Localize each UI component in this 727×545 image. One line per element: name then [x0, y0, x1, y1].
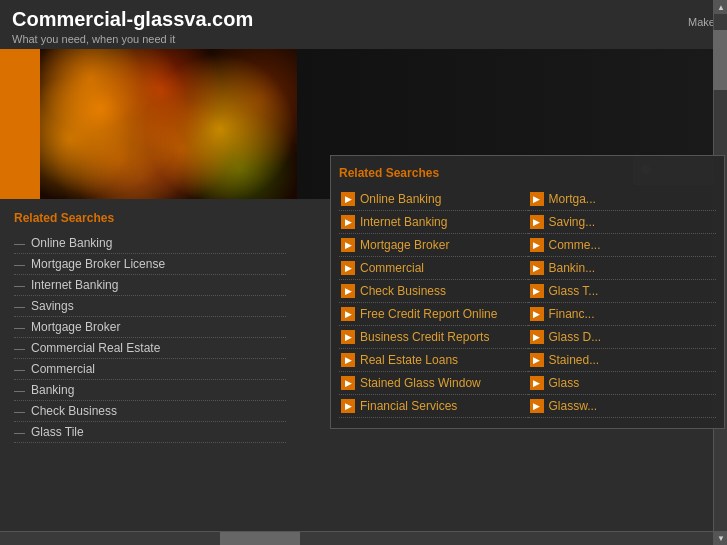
panel-arrow-icon: ▶: [341, 307, 355, 321]
panel-item-internet-banking[interactable]: ▶ Internet Banking: [339, 211, 528, 234]
panel-item-financial[interactable]: ▶ Financial Services: [339, 395, 528, 418]
arrow-icon: —: [14, 384, 25, 396]
panel-arrow-icon: ▶: [341, 353, 355, 367]
panel-item-business-credit[interactable]: ▶ Business Credit Reports: [339, 326, 528, 349]
panel-arrow-icon: ▶: [530, 284, 544, 298]
panel-item-free-credit[interactable]: ▶ Free Credit Report Online: [339, 303, 528, 326]
horizontal-scrollbar[interactable]: [0, 531, 713, 545]
sidebar-title: Related Searches: [14, 211, 286, 225]
panel-item-comme[interactable]: ▶ Comme...: [528, 234, 717, 257]
arrow-icon: —: [14, 321, 25, 333]
panel-arrow-icon: ▶: [341, 284, 355, 298]
panel-arrow-icon: ▶: [530, 376, 544, 390]
site-title: Commercial-glassva.com: [12, 8, 253, 31]
arrow-icon: —: [14, 405, 25, 417]
panel-arrow-icon: ▶: [341, 330, 355, 344]
sidebar-item-online-banking[interactable]: — Online Banking: [14, 233, 286, 254]
sidebar: Related Searches — Online Banking — Mort…: [0, 199, 300, 545]
panel-item-banking[interactable]: ▶ Bankin...: [528, 257, 717, 280]
arrow-icon: —: [14, 258, 25, 270]
arrow-icon: —: [14, 279, 25, 291]
panel-item-stained-glass[interactable]: ▶ Stained Glass Window: [339, 372, 528, 395]
header: Commercial-glassva.com What you need, wh…: [0, 0, 727, 49]
make-link[interactable]: Make: [688, 8, 715, 28]
sidebar-item-glass-tile[interactable]: — Glass Tile: [14, 422, 286, 443]
scroll-arrow-down[interactable]: ▼: [714, 531, 727, 545]
sidebar-item-commercial[interactable]: — Commercial: [14, 359, 286, 380]
scroll-arrow-up[interactable]: ▲: [714, 0, 727, 14]
panel-arrow-icon: ▶: [341, 215, 355, 229]
scroll-thumb-h[interactable]: [220, 532, 300, 546]
panel-arrow-icon: ▶: [341, 238, 355, 252]
sidebar-item-savings[interactable]: — Savings: [14, 296, 286, 317]
sidebar-item-mortgage-broker[interactable]: — Mortgage Broker: [14, 317, 286, 338]
panel-title: Related Searches: [339, 166, 716, 180]
panel-item-glass-d[interactable]: ▶ Glass D...: [528, 326, 717, 349]
arrow-icon: —: [14, 363, 25, 375]
panel-item-finance[interactable]: ▶ Financ...: [528, 303, 717, 326]
panel-arrow-icon: ▶: [341, 399, 355, 413]
bokeh-image: [40, 49, 300, 199]
sidebar-item-banking[interactable]: — Banking: [14, 380, 286, 401]
arrow-icon: —: [14, 300, 25, 312]
arrow-icon: —: [14, 426, 25, 438]
panel-item-commercial[interactable]: ▶ Commercial: [339, 257, 528, 280]
arrow-icon: —: [14, 237, 25, 249]
orange-bar: [0, 49, 40, 199]
panel-arrow-icon: ▶: [530, 238, 544, 252]
panel-item-stained[interactable]: ▶ Stained...: [528, 349, 717, 372]
panel-grid: ▶ Online Banking ▶ Mortga... ▶ Internet …: [339, 188, 716, 418]
panel-item-mortgage-broker[interactable]: ▶ Mortgage Broker: [339, 234, 528, 257]
sidebar-item-commercial-real-estate[interactable]: — Commercial Real Estate: [14, 338, 286, 359]
panel-arrow-icon: ▶: [530, 192, 544, 206]
panel-arrow-icon: ▶: [341, 192, 355, 206]
panel-arrow-icon: ▶: [530, 353, 544, 367]
panel-arrow-icon: ▶: [341, 261, 355, 275]
panel-item-glass[interactable]: ▶ Glass: [528, 372, 717, 395]
panel-arrow-icon: ▶: [341, 376, 355, 390]
panel-item-glassw[interactable]: ▶ Glassw...: [528, 395, 717, 418]
panel-arrow-icon: ▶: [530, 215, 544, 229]
panel-item-check-business[interactable]: ▶ Check Business: [339, 280, 528, 303]
panel-item-online-banking[interactable]: ▶ Online Banking: [339, 188, 528, 211]
panel-item-mortgage[interactable]: ▶ Mortga...: [528, 188, 717, 211]
sidebar-item-internet-banking[interactable]: — Internet Banking: [14, 275, 286, 296]
sidebar-item-mortgage-broker-license[interactable]: — Mortgage Broker License: [14, 254, 286, 275]
scroll-thumb[interactable]: [713, 30, 727, 90]
panel-item-savings[interactable]: ▶ Saving...: [528, 211, 717, 234]
site-subtitle: What you need, when you need it: [12, 33, 253, 45]
panel-arrow-icon: ▶: [530, 399, 544, 413]
related-searches-panel: Related Searches ▶ Online Banking ▶ Mort…: [330, 155, 725, 429]
panel-arrow-icon: ▶: [530, 330, 544, 344]
sidebar-item-check-business[interactable]: — Check Business: [14, 401, 286, 422]
panel-item-glass-t[interactable]: ▶ Glass T...: [528, 280, 717, 303]
panel-item-real-estate[interactable]: ▶ Real Estate Loans: [339, 349, 528, 372]
panel-arrow-icon: ▶: [530, 307, 544, 321]
panel-arrow-icon: ▶: [530, 261, 544, 275]
arrow-icon: —: [14, 342, 25, 354]
